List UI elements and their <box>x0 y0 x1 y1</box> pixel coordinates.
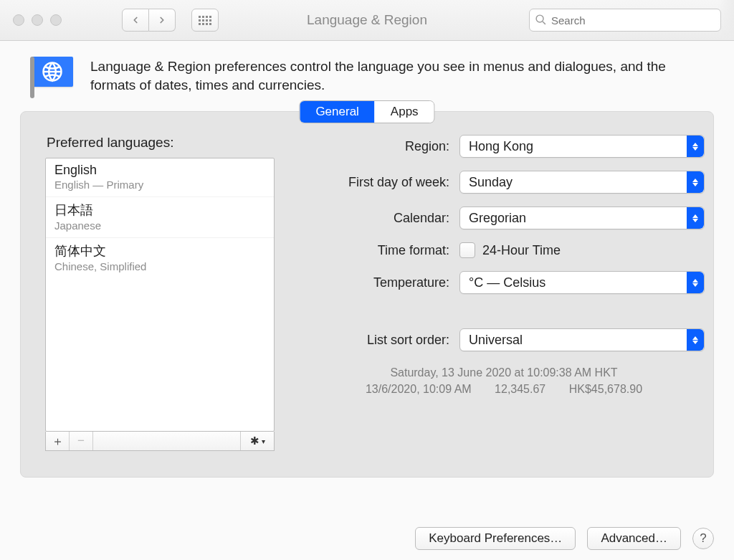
time-format-label: Time format: <box>303 243 449 258</box>
time-format-24h-label: 24-Hour Time <box>482 243 561 258</box>
format-example: Saturday, 13 June 2020 at 10:09:38 AM HK… <box>303 364 705 397</box>
format-example-short-datetime: 13/6/2020, 10:09 AM <box>366 381 472 397</box>
stepper-arrows-icon <box>687 329 704 351</box>
language-subtitle: Japanese <box>54 219 265 232</box>
list-item[interactable]: English English — Primary <box>46 158 274 197</box>
list-item[interactable]: 简体中文 Chinese, Simplified <box>46 238 274 278</box>
search-field[interactable] <box>529 9 721 32</box>
back-button[interactable] <box>122 9 149 32</box>
remove-language-button[interactable]: − <box>70 432 93 450</box>
intro-text: Language & Region preferences control th… <box>90 57 685 94</box>
language-region-icon <box>26 57 73 95</box>
temperature-label: Temperature: <box>303 275 449 290</box>
language-actions-menu[interactable]: ✱ ▾ <box>240 432 274 450</box>
chevron-right-icon <box>157 15 167 25</box>
language-subtitle: Chinese, Simplified <box>54 260 265 272</box>
stepper-arrows-icon <box>687 272 704 293</box>
temperature-select[interactable]: °C — Celsius <box>459 271 705 294</box>
region-select[interactable]: Hong Kong <box>459 135 705 158</box>
titlebar-fade <box>718 0 734 40</box>
region-settings-section: Region: Hong Kong First day of week: Sun… <box>303 135 705 451</box>
stepper-arrows-icon <box>687 136 704 157</box>
stepper-arrows-icon <box>687 207 704 229</box>
tab-general[interactable]: General <box>300 101 374 123</box>
stepper-arrows-icon <box>687 171 704 193</box>
region-value: Hong Kong <box>469 139 533 154</box>
language-list-toolbar: ＋ − ✱ ▾ <box>45 432 275 451</box>
window-titlebar: Language & Region <box>0 0 734 41</box>
language-native-name: 简体中文 <box>54 242 265 260</box>
toolbar-spacer <box>93 432 240 450</box>
preferred-languages-heading: Preferred languages: <box>47 135 275 151</box>
preferred-languages-list[interactable]: English English — Primary 日本語 Japanese 简… <box>45 158 275 432</box>
tab-apps[interactable]: Apps <box>375 101 434 123</box>
add-language-button[interactable]: ＋ <box>46 432 70 450</box>
language-native-name: 日本語 <box>54 201 265 219</box>
traffic-close[interactable] <box>13 14 24 26</box>
preferred-languages-section: Preferred languages: English English — P… <box>45 135 275 451</box>
globe-icon <box>42 61 63 82</box>
traffic-zoom[interactable] <box>50 14 62 26</box>
chevron-left-icon <box>130 15 140 25</box>
region-label: Region: <box>303 139 449 154</box>
list-sort-value: Universal <box>469 333 523 348</box>
advanced-button[interactable]: Advanced… <box>587 527 681 550</box>
search-input[interactable] <box>550 14 715 27</box>
language-subtitle: English — Primary <box>54 179 265 191</box>
intro-row: Language & Region preferences control th… <box>0 41 734 100</box>
tab-bar: General Apps <box>299 100 434 123</box>
forward-button[interactable] <box>149 9 176 32</box>
language-native-name: English <box>54 163 265 178</box>
help-button[interactable]: ? <box>692 528 714 549</box>
format-example-number: 12,345.67 <box>495 381 545 397</box>
nav-back-forward <box>122 9 176 32</box>
bottom-button-bar: Keyboard Preferences… Advanced… ? <box>20 527 714 550</box>
first-day-value: Sunday <box>469 175 513 190</box>
list-sort-select[interactable]: Universal <box>459 328 705 351</box>
window-traffic-lights <box>13 14 62 26</box>
first-day-select[interactable]: Sunday <box>459 171 705 194</box>
plus-icon: ＋ <box>52 433 64 450</box>
calendar-select[interactable]: Gregorian <box>459 207 705 229</box>
minus-icon: − <box>77 434 85 448</box>
main-panel: General Apps Preferred languages: Englis… <box>20 111 714 478</box>
keyboard-preferences-button[interactable]: Keyboard Preferences… <box>415 527 576 550</box>
format-example-long: Saturday, 13 June 2020 at 10:09:38 AM HK… <box>303 364 705 381</box>
first-day-label: First day of week: <box>303 175 449 190</box>
svg-point-0 <box>536 15 543 22</box>
calendar-label: Calendar: <box>303 211 449 226</box>
svg-line-1 <box>543 22 545 24</box>
gear-icon: ✱ <box>250 435 259 447</box>
calendar-value: Gregorian <box>469 211 526 226</box>
search-icon <box>535 14 547 26</box>
list-sort-label: List sort order: <box>303 333 449 348</box>
format-example-currency: HK$45,678.90 <box>569 381 642 397</box>
show-all-button[interactable] <box>191 9 219 32</box>
grid-icon <box>199 16 211 25</box>
chevron-down-icon: ▾ <box>262 437 265 445</box>
traffic-minimize[interactable] <box>32 14 43 26</box>
time-format-24h-checkbox[interactable] <box>459 242 475 258</box>
list-item[interactable]: 日本語 Japanese <box>46 197 274 238</box>
temperature-value: °C — Celsius <box>469 275 545 290</box>
